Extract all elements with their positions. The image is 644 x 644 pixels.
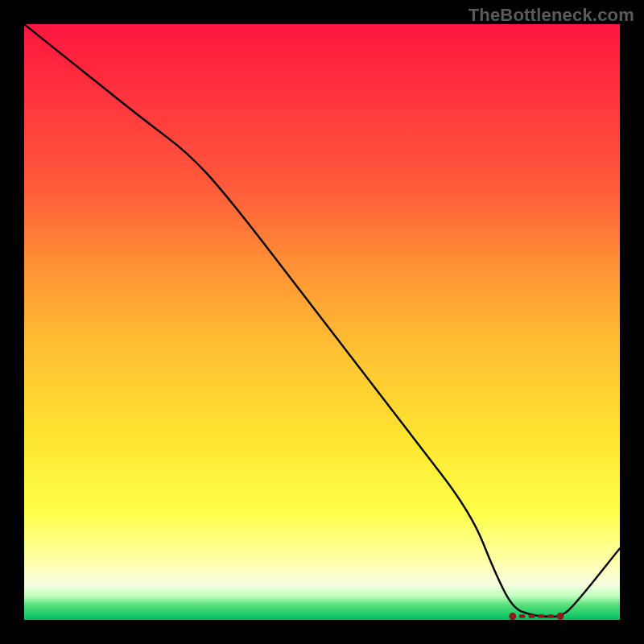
watermark-text: TheBottleneck.com <box>469 5 634 26</box>
svg-rect-3 <box>528 614 535 617</box>
curve-line <box>24 24 620 617</box>
chart-frame: TheBottleneck.com <box>0 0 644 644</box>
svg-rect-4 <box>538 614 544 617</box>
svg-rect-2 <box>519 614 526 617</box>
svg-point-0 <box>509 613 516 620</box>
plot-area <box>24 24 620 620</box>
chart-overlay <box>24 24 620 620</box>
svg-rect-5 <box>547 614 554 617</box>
svg-point-1 <box>557 613 564 620</box>
